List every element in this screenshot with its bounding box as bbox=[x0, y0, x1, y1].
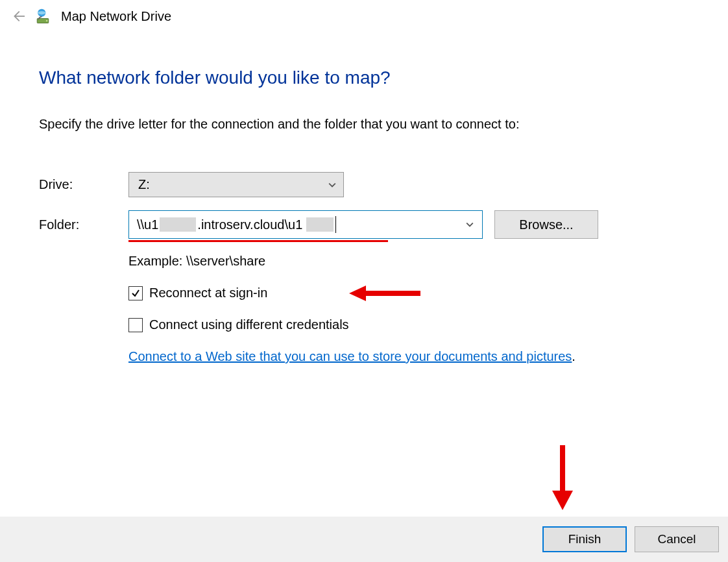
drive-value: Z: bbox=[138, 177, 150, 192]
wizard-footer: Finish Cancel bbox=[0, 517, 728, 562]
credentials-label: Connect using different credentials bbox=[149, 317, 349, 332]
folder-row: Folder: \\u1 .introserv.cloud\u1 Browse.… bbox=[39, 210, 689, 239]
svg-point-4 bbox=[46, 20, 48, 22]
redacted-segment bbox=[160, 217, 196, 232]
text-cursor bbox=[335, 216, 336, 233]
back-arrow-icon[interactable] bbox=[10, 9, 25, 23]
reconnect-label: Reconnect at sign-in bbox=[149, 286, 267, 300]
svg-point-2 bbox=[38, 11, 45, 14]
svg-marker-6 bbox=[552, 445, 573, 510]
folder-value: \\u1 .introserv.cloud\u1 bbox=[137, 211, 337, 238]
map-network-drive-wizard: Map Network Drive What network folder wo… bbox=[0, 0, 728, 562]
folder-label: Folder: bbox=[39, 217, 128, 232]
chevron-down-icon bbox=[328, 180, 337, 189]
credentials-checkbox-row[interactable]: Connect using different credentials bbox=[128, 317, 689, 332]
website-link-row: Connect to a Web site that you can use t… bbox=[128, 349, 689, 364]
reconnect-checkbox-row[interactable]: Reconnect at sign-in bbox=[128, 286, 689, 300]
annotation-underline bbox=[128, 240, 388, 242]
link-trailing: . bbox=[572, 349, 576, 363]
chevron-down-icon[interactable] bbox=[465, 220, 474, 229]
wizard-content: What network folder would you like to ma… bbox=[0, 35, 728, 364]
annotation-arrow-left bbox=[349, 284, 420, 303]
folder-value-part2: .introserv.cloud\u1 bbox=[197, 217, 302, 232]
redacted-segment bbox=[306, 217, 334, 232]
folder-value-part1: \\u1 bbox=[137, 217, 158, 232]
finish-button[interactable]: Finish bbox=[542, 526, 627, 552]
drive-label: Drive: bbox=[39, 177, 128, 192]
checkbox-icon bbox=[128, 318, 143, 332]
folder-example-text: Example: \\server\share bbox=[128, 254, 689, 269]
folder-combobox[interactable]: \\u1 .introserv.cloud\u1 bbox=[128, 210, 483, 239]
drive-row: Drive: Z: bbox=[39, 172, 689, 197]
drive-select[interactable]: Z: bbox=[128, 172, 344, 197]
annotation-arrow-down bbox=[551, 445, 574, 510]
intro-text: Specify the drive letter for the connect… bbox=[39, 117, 689, 132]
network-drive-icon bbox=[34, 7, 52, 25]
wizard-header: Map Network Drive bbox=[0, 0, 728, 35]
browse-button[interactable]: Browse... bbox=[494, 210, 598, 239]
cancel-button[interactable]: Cancel bbox=[635, 526, 719, 552]
main-heading: What network folder would you like to ma… bbox=[39, 67, 689, 88]
website-link[interactable]: Connect to a Web site that you can use t… bbox=[128, 349, 572, 363]
svg-marker-5 bbox=[349, 286, 420, 301]
checkbox-icon bbox=[128, 286, 143, 300]
wizard-title: Map Network Drive bbox=[61, 9, 171, 24]
